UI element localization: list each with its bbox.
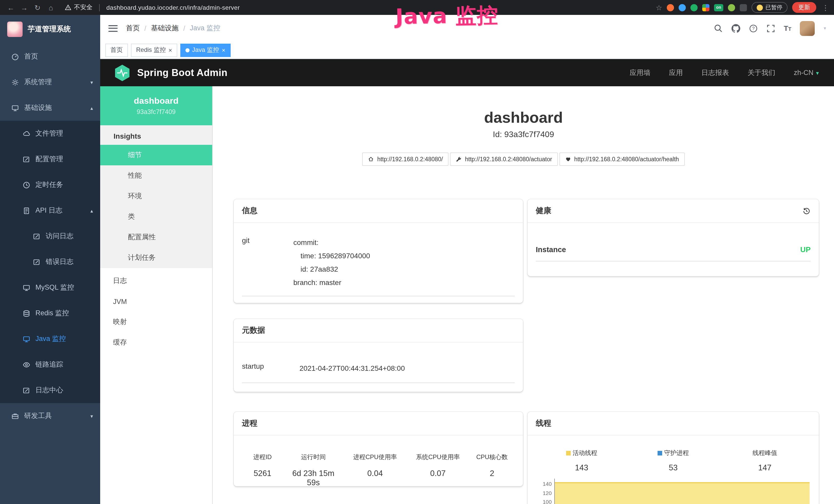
divider — [99, 4, 100, 11]
back-icon[interactable]: ← — [5, 3, 17, 12]
history-icon[interactable] — [803, 207, 811, 215]
instance-header[interactable]: dashboard 93a3fc7f7409 — [100, 86, 212, 125]
extension-icon[interactable] — [679, 4, 686, 11]
sba-item-label: 计划任务 — [128, 253, 156, 262]
sidebar-item-label: 访问日志 — [46, 232, 73, 241]
sba-locale-select[interactable]: zh-CN▾ — [794, 69, 819, 76]
user-avatar[interactable] — [800, 21, 815, 36]
extension-icon[interactable] — [690, 4, 698, 11]
close-icon[interactable]: × — [222, 47, 225, 53]
sba-item-environment[interactable]: 环境 — [100, 186, 212, 206]
threads-chart: 140 120 100 — [536, 479, 811, 504]
user-menu-caret-icon[interactable]: ▾ — [824, 26, 826, 31]
extension-icon[interactable] — [740, 4, 747, 11]
dashboard-gauge-icon — [11, 53, 19, 60]
github-icon[interactable] — [731, 24, 740, 32]
sidebar-item-dev-tools[interactable]: 研发工具 ▾ — [0, 403, 100, 429]
sidebar-item-label: 错误日志 — [46, 257, 73, 267]
extension-grid-icon[interactable] — [702, 4, 709, 11]
sidebar-item-java-monitor[interactable]: Java 监控 — [0, 326, 100, 352]
chevron-down-icon: ▾ — [816, 70, 819, 76]
toolbox-icon — [11, 412, 19, 420]
sidebar-item-log-center[interactable]: 日志中心 — [0, 377, 100, 403]
edit-document-icon — [33, 232, 41, 240]
status-badge: UP — [800, 246, 811, 254]
sba-nav-wallboard[interactable]: 应用墙 — [630, 68, 650, 77]
forward-icon[interactable]: → — [19, 3, 30, 12]
sba-nav-applications[interactable]: 应用 — [669, 68, 683, 77]
chevron-down-icon: ▾ — [90, 79, 93, 85]
legend-label: 活动线程 — [572, 449, 597, 458]
sidebar-item-api-logs[interactable]: API 日志 ▴ — [0, 198, 100, 223]
stat-value: 5261 — [244, 469, 281, 478]
sba-item-config-props[interactable]: 配置属性 — [100, 227, 212, 248]
sidebar-item-config-management[interactable]: 配置管理 — [0, 146, 100, 172]
threads-card: 线程 活动线程143 守护进程53 线程峰值147 140 — [528, 412, 819, 504]
y-tick: 140 — [543, 480, 552, 488]
search-icon[interactable] — [714, 24, 723, 32]
home-icon — [368, 156, 374, 162]
sba-item-details[interactable]: 细节 — [100, 145, 212, 165]
sba-nav-journal[interactable]: 日志报表 — [701, 68, 729, 77]
home-icon[interactable]: ⌂ — [45, 3, 57, 12]
cloud-icon — [23, 130, 30, 137]
sidebar-item-scheduled-tasks[interactable]: 定时任务 — [0, 172, 100, 198]
fullscreen-icon[interactable] — [766, 24, 775, 32]
sidebar-item-redis-monitor[interactable]: Redis 监控 — [0, 300, 100, 326]
paused-badge[interactable]: 已暂停 — [751, 2, 788, 13]
sba-brand[interactable]: Spring Boot Admin — [137, 67, 227, 78]
update-button[interactable]: 更新 — [792, 2, 816, 13]
health-url-link[interactable]: http://192.168.0.2:48080/actuator/health — [559, 153, 684, 166]
refresh-icon[interactable]: ↻ — [32, 3, 43, 12]
sba-item-label: 配置属性 — [128, 233, 156, 242]
sidebar-item-home[interactable]: 首页 — [0, 44, 100, 69]
security-label: 不安全 — [74, 3, 92, 12]
sidebar-item-label: 基础设施 — [24, 103, 52, 112]
close-icon[interactable]: × — [169, 47, 172, 53]
bookmark-star-icon[interactable]: ☆ — [656, 3, 662, 12]
sba-item-mappings[interactable]: 映射 — [100, 312, 212, 332]
sba-item-jvm[interactable]: JVM — [100, 291, 212, 312]
card-title: 健康 — [536, 206, 551, 216]
service-url-link[interactable]: http://192.168.0.2:48080/ — [363, 153, 449, 166]
eye-icon — [23, 361, 30, 368]
browser-menu-icon[interactable]: ⋮ — [822, 3, 829, 12]
extension-icon[interactable] — [667, 4, 674, 11]
sidebar-item-label: 文件管理 — [36, 129, 63, 138]
sidebar-item-file-management[interactable]: 文件管理 — [0, 121, 100, 146]
sba-content: dashboard Id: 93a3fc7f7409 http://192.16… — [213, 86, 834, 504]
tab-label: 首页 — [110, 46, 123, 54]
sidebar-item-infrastructure[interactable]: 基础设施 ▴ — [0, 95, 100, 121]
sba-item-scheduled-tasks[interactable]: 计划任务 — [100, 248, 212, 268]
document-icon — [23, 207, 30, 214]
sidebar-item-link-tracing[interactable]: 链路追踪 — [0, 352, 100, 377]
breadcrumb-infrastructure[interactable]: 基础设施 — [151, 24, 179, 33]
url-text[interactable]: dashboard.yudao.iocoder.cn/infra/admin-s… — [106, 4, 240, 11]
app-logo[interactable]: 芋道管理系统 — [0, 15, 100, 44]
sidebar-item-access-logs[interactable]: 访问日志 — [0, 223, 100, 249]
sba-item-performance[interactable]: 性能 — [100, 165, 212, 186]
tab-java-monitor[interactable]: Java 监控× — [180, 43, 231, 57]
extension-on-badge[interactable]: on — [714, 4, 723, 11]
actuator-url-link[interactable]: http://192.168.0.2:48080/actuator — [450, 153, 557, 166]
sba-item-logs[interactable]: 日志 — [100, 271, 212, 291]
sidebar-item-error-logs[interactable]: 错误日志 — [0, 249, 100, 275]
sba-nav-links: 应用墙 应用 日志报表 关于我们 zh-CN▾ — [630, 68, 819, 77]
sidebar-item-label: 首页 — [24, 52, 38, 61]
tab-redis-monitor[interactable]: Redis 监控× — [131, 43, 177, 57]
card-title: 线程 — [536, 418, 551, 428]
sidebar-item-system-management[interactable]: 系统管理 ▾ — [0, 69, 100, 95]
sba-item-caches[interactable]: 缓存 — [100, 332, 212, 353]
site-security-indicator[interactable]: 不安全 — [65, 3, 92, 12]
sba-item-classes[interactable]: 类 — [100, 206, 212, 227]
tab-home[interactable]: 首页 — [105, 43, 128, 57]
sidebar-item-mysql-monitor[interactable]: MySQL 监控 — [0, 275, 100, 300]
hamburger-icon[interactable] — [108, 25, 118, 31]
font-size-icon[interactable]: TT — [784, 24, 791, 33]
legend-value: 53 — [628, 463, 719, 473]
sba-nav-about[interactable]: 关于我们 — [747, 68, 775, 77]
help-icon[interactable]: ? — [749, 24, 758, 32]
breadcrumb-home[interactable]: 首页 — [126, 24, 140, 33]
sba-item-label: 细节 — [128, 151, 142, 160]
extension-icon[interactable] — [728, 4, 735, 11]
